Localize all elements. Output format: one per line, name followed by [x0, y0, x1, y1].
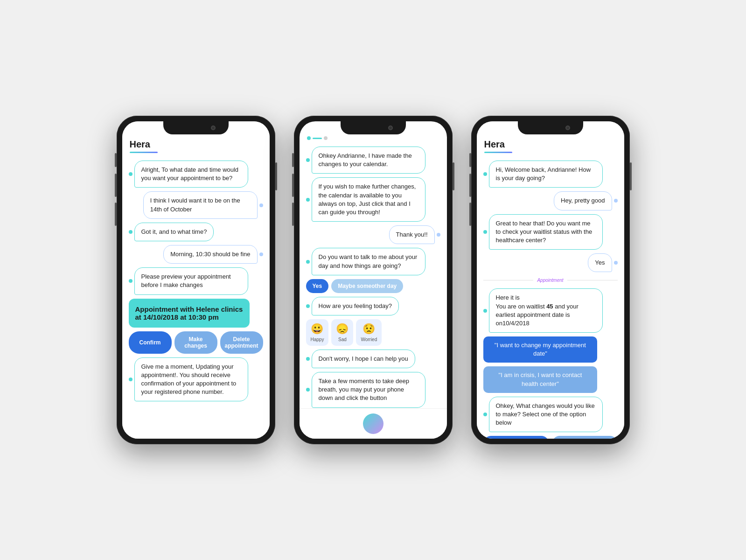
divider-line-right: [567, 280, 618, 280]
msg-bot-1: Alright, To what date and time would you…: [129, 161, 263, 188]
phone-1: Hera Alright, To what date and time woul…: [117, 116, 275, 444]
p3-bubble-3: Here it isYou are on waitlist 45 and you…: [489, 288, 603, 333]
app-title-1: Hera: [130, 139, 262, 150]
divider-label: Appointment: [537, 278, 563, 283]
header-bar-1: [130, 152, 158, 153]
p3-msg-user-1: Hey, pretty good: [483, 191, 618, 210]
bottom-button-area: [300, 408, 447, 439]
p2-bubble-6: Take a few moments to take deep breath, …: [312, 372, 426, 408]
p3-action-buttons: Change date & time Delete appointment: [483, 436, 618, 439]
p3-option-change[interactable]: "I want to change my appointment date": [483, 336, 598, 363]
maybe-button[interactable]: Maybe someother day: [331, 279, 403, 293]
p3-dot-u2: [614, 261, 618, 265]
p2-dot-4: [306, 304, 310, 308]
dot-3: [129, 279, 132, 283]
p3-dot-4: [483, 413, 487, 416]
msg-user-1: I think I would want it to be on the 14t…: [129, 191, 263, 218]
msg-bot-4: Give me a moment, Updating your appointm…: [129, 357, 263, 402]
p3-dot-3: [483, 309, 487, 313]
happy-emoji: 😀: [311, 323, 323, 335]
p3-bubble-2: Great to hear that! Do you want me to ch…: [489, 214, 603, 250]
p2-dot-u1: [437, 233, 440, 237]
worried-emoji: 😟: [363, 323, 375, 335]
app-title-3: Hera: [484, 139, 617, 150]
yes-button[interactable]: Yes: [306, 279, 329, 293]
bubble-user-2: Morning, 10:30 should be fine: [163, 245, 257, 264]
bubble-bot-3: Please preview your appointment before I…: [134, 267, 249, 294]
dot-u1: [259, 203, 263, 207]
appointment-divider: Appointment: [483, 278, 618, 283]
p2-bubble-2: If you wish to make further changes, the…: [312, 177, 426, 222]
p3-dot-1: [483, 172, 487, 176]
p2-dot-5: [306, 357, 310, 361]
p3-msg-bot-2: Great to hear that! Do you want me to ch…: [483, 214, 618, 250]
bubble-bot-2: Got it, and to what time?: [134, 223, 214, 241]
appointment-card: Appointment with Helene clinics at 14/10…: [129, 299, 250, 328]
p2-dot-3: [306, 260, 310, 264]
header-bar-3: [484, 152, 512, 153]
p3-bubble-4: Ohkey, What changes would you like to ma…: [489, 397, 603, 433]
make-changes-button[interactable]: Make changes: [174, 331, 217, 354]
p2-msg-user-1: Thank you!!: [306, 225, 440, 244]
dot-1: [129, 172, 132, 176]
dot-u2: [259, 252, 263, 256]
p3-msg-bot-1: Hi, Welcome back, Andrianne! How is your…: [483, 161, 618, 188]
p3-bubble-user-2: Yes: [588, 253, 612, 272]
p2-msg-bot-6: Take a few moments to take deep breath, …: [306, 372, 440, 408]
chat-area-3: Hi, Welcome back, Andrianne! How is your…: [477, 156, 624, 439]
p2-dot-6: [306, 388, 310, 392]
msg-bot-2: Got it, and to what time?: [129, 223, 263, 241]
chat-area-2: Ohkey Andrianne, I have made the changes…: [300, 142, 447, 408]
p3-dot-2: [483, 230, 487, 234]
p2-option-buttons: Yes Maybe someother day: [306, 279, 404, 293]
confirm-button[interactable]: Confirm: [129, 331, 172, 354]
phone-3: Hera Hi, Welcome back, Andrianne! How is…: [471, 116, 630, 444]
prog-dot-2: [324, 136, 328, 140]
prog-line: [313, 138, 322, 139]
p2-msg-bot-1: Ohkey Andrianne, I have made the changes…: [306, 147, 440, 174]
emoji-row: 😀 Happy 😞 Sad 😟 Worried: [306, 319, 382, 346]
p2-msg-bot-3: Do you want to talk to me about your day…: [306, 248, 440, 275]
p3-dot-u1: [614, 199, 618, 203]
p3-bubble-user-1: Hey, pretty good: [554, 191, 612, 210]
phone-2: Ohkey Andrianne, I have made the changes…: [294, 116, 453, 444]
prog-dot-1: [307, 136, 311, 140]
action-buttons-row: Confirm Make changes Delete appointment: [129, 331, 263, 354]
p3-option-crisis[interactable]: "I am in crisis, I want to contact healt…: [483, 366, 598, 392]
p3-bubble-1: Hi, Welcome back, Andrianne! How is your…: [489, 161, 603, 188]
divider-line-left: [483, 280, 534, 280]
sad-emoji: 😞: [336, 323, 349, 335]
dot-4: [129, 378, 132, 381]
worried-label: Worried: [361, 337, 377, 342]
emoji-worried[interactable]: 😟 Worried: [356, 319, 382, 346]
bubble-bot-1: Alright, To what date and time would you…: [134, 161, 249, 188]
bubble-bot-4: Give me a moment, Updating your appointm…: [134, 357, 249, 402]
sad-label: Sad: [338, 337, 347, 342]
p2-bubble-user-1: Thank you!!: [389, 225, 435, 244]
p3-delete-button[interactable]: Delete appointment: [552, 436, 618, 439]
p2-msg-bot-5: Don't worry, I hope I can help you: [306, 350, 440, 368]
p2-dot-1: [306, 158, 310, 162]
emoji-happy[interactable]: 😀 Happy: [306, 319, 329, 346]
dot-2: [129, 230, 132, 234]
p3-msg-bot-3: Here it isYou are on waitlist 45 and you…: [483, 288, 618, 333]
msg-user-2: Morning, 10:30 should be fine: [129, 245, 263, 264]
p2-bubble-1: Ohkey Andrianne, I have made the changes…: [312, 147, 426, 174]
emoji-sad[interactable]: 😞 Sad: [331, 319, 353, 346]
chat-area-1: Alright, To what date and time would you…: [122, 156, 270, 439]
p2-msg-bot-2: If you wish to make further changes, the…: [306, 177, 440, 222]
p2-msg-bot-4: How are you feeling today?: [306, 297, 440, 315]
msg-bot-3: Please preview your appointment before I…: [129, 267, 263, 294]
p3-msg-user-2: Yes: [483, 253, 618, 272]
happy-label: Happy: [311, 337, 324, 342]
change-date-time-button[interactable]: Change date & time: [483, 436, 549, 439]
p2-dot-2: [306, 198, 310, 202]
appt-card-text: Appointment with Helene clinics at 14/10…: [135, 305, 243, 321]
delete-appointment-button[interactable]: Delete appointment: [220, 331, 263, 354]
p3-msg-bot-4: Ohkey, What changes would you like to ma…: [483, 397, 618, 433]
gradient-action-button[interactable]: [363, 413, 383, 434]
bubble-user-1: I think I would want it to be on the 14t…: [143, 191, 258, 218]
p2-bubble-4: How are you feeling today?: [312, 297, 399, 315]
p2-bubble-3: Do you want to talk to me about your day…: [312, 248, 426, 275]
p2-bubble-5: Don't worry, I hope I can help you: [312, 350, 415, 368]
